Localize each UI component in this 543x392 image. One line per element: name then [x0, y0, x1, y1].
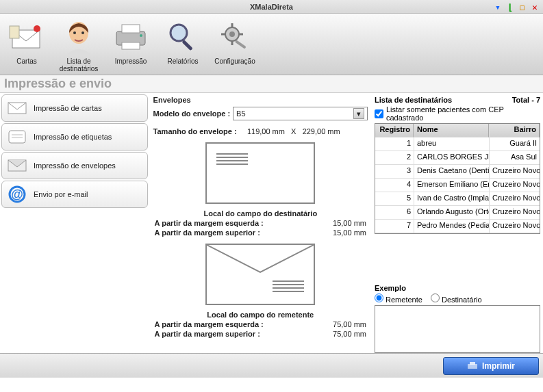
at-icon: @ — [6, 185, 28, 204]
printer-small-icon — [467, 361, 478, 371]
dest-section-title: Local do campo do destinatário — [153, 209, 368, 218]
size-height: 229,00 mm — [303, 127, 340, 135]
filter-label: Listar somente pacientes com CEP cadastr… — [386, 105, 540, 122]
recipients-grid[interactable]: Registro Nome Bairro 1abreuGuará II 2CAR… — [375, 123, 540, 234]
recipients-title: Lista de destinatários — [375, 96, 452, 104]
svg-rect-7 — [122, 25, 140, 33]
tab-envio-email[interactable]: @ Envio por e-mail — [1, 181, 148, 208]
col-registro[interactable]: Registro — [375, 124, 414, 138]
dest-top-value[interactable]: 15,00 mm — [318, 228, 366, 237]
svg-point-5 — [81, 31, 84, 34]
tab-impressao-etiquetas[interactable]: Impressão de etiquetas — [1, 123, 148, 151]
size-width: 119,00 mm — [247, 127, 285, 135]
svg-rect-27 — [470, 362, 475, 365]
send-left-value[interactable]: 75,00 mm — [318, 320, 366, 328]
toolbar-label: Configuração — [211, 57, 259, 65]
titlebar: XMalaDireta ▾ ⌊ ◻ ✕ — [0, 0, 543, 14]
envelope-send-preview — [205, 244, 315, 305]
main-toolbar: Cartas Lista de destinatários Impressão … — [0, 14, 543, 75]
size-label: Tamanho do envelope : — [153, 127, 237, 135]
svg-rect-8 — [122, 42, 140, 49]
window-title: XMalaDireta — [250, 3, 293, 11]
model-select[interactable]: B5 ▾ — [233, 107, 368, 120]
minimize-icon[interactable]: ▾ — [492, 1, 503, 12]
table-row[interactable]: 5Ivan de Castro (ImplantocCruzeiro Novo — [375, 192, 540, 206]
svg-point-4 — [73, 31, 76, 34]
toolbar-label: Impressão — [107, 57, 155, 65]
model-label: Modelo do envelope : — [153, 109, 230, 118]
dest-top-label: A partir da margem superior : — [155, 228, 260, 237]
table-row[interactable]: 1abreuGuará II — [375, 138, 540, 151]
letter-small-icon — [6, 99, 28, 118]
envelopes-title: Envelopes — [153, 96, 368, 104]
svg-rect-26 — [468, 364, 477, 369]
radio-destinatario[interactable]: Destinatário — [431, 293, 482, 304]
tab-label: Envio por e-mail — [34, 190, 88, 198]
table-row[interactable]: 3Denis Caetano (DentísticCruzeiro Novo — [375, 165, 540, 179]
filter-checkbox[interactable] — [375, 109, 383, 118]
chevron-down-icon[interactable]: ▾ — [353, 108, 364, 119]
toolbar-label: Lista de destinatários — [55, 57, 103, 73]
svg-point-13 — [229, 31, 235, 37]
envelopes-panel: Envelopes Modelo do envelope : B5 ▾ Tama… — [149, 93, 372, 353]
toolbar-configuracao[interactable]: Configuração — [210, 16, 260, 66]
example-title: Exemplo — [375, 284, 540, 292]
svg-text:@: @ — [11, 187, 23, 201]
example-preview — [375, 305, 540, 353]
gear-icon — [211, 18, 259, 56]
tab-label: Impressão de etiquetas — [34, 133, 112, 141]
printer-icon — [107, 18, 155, 56]
tab-label: Impressão de cartas — [34, 104, 102, 112]
envelope-small-icon — [6, 156, 28, 175]
print-button-label: Imprimir — [482, 361, 515, 371]
toolbar-cartas[interactable]: Cartas — [1, 16, 52, 66]
col-nome[interactable]: Nome — [414, 124, 489, 138]
size-sep: X — [291, 127, 296, 135]
tab-impressao-cartas[interactable]: Impressão de cartas — [1, 94, 148, 122]
radio-remetente[interactable]: Remetente — [375, 293, 422, 304]
tab-impressao-envelopes[interactable]: Impressão de envelopes — [1, 152, 148, 179]
recipients-panel: Lista de destinatários Total - 7 Listar … — [372, 93, 543, 353]
letter-icon — [3, 18, 51, 56]
svg-point-2 — [34, 25, 40, 32]
send-top-label: A partir da margem superior : — [155, 330, 260, 338]
print-button[interactable]: Imprimir — [443, 357, 539, 375]
send-left-label: A partir da margem esquerda : — [155, 320, 264, 328]
bottom-bar: Imprimir — [0, 353, 543, 378]
table-row[interactable]: 2CARLOS BORGES JR.Asa Sul — [375, 151, 540, 165]
svg-rect-11 — [181, 40, 192, 51]
svg-point-10 — [171, 25, 187, 41]
svg-rect-20 — [9, 131, 25, 143]
col-bairro[interactable]: Bairro — [489, 124, 540, 138]
envelope-dest-preview — [205, 142, 315, 204]
side-tabs: Impressão de cartas Impressão de etiquet… — [0, 93, 149, 353]
window-controls: ▾ ⌊ ◻ ✕ — [492, 1, 540, 12]
table-row[interactable]: 6Orlando Augusto (OrtodoCruzeiro Novo — [375, 206, 540, 220]
toolbar-relatorios[interactable]: Relatórios — [157, 16, 208, 66]
toolbar-label: Relatórios — [159, 57, 207, 65]
close-icon[interactable]: ✕ — [529, 1, 540, 12]
svg-rect-1 — [10, 26, 19, 38]
table-row[interactable]: 7Pedro Mendes (PediatriaCruzeiro Novo — [375, 220, 540, 233]
send-section-title: Local do campo do remetente — [153, 311, 368, 319]
toolbar-impressao[interactable]: Impressão — [105, 16, 156, 66]
recipients-total: Total - 7 — [512, 96, 540, 104]
toolbar-lista[interactable]: Lista de destinatários — [53, 16, 104, 74]
label-icon — [6, 127, 28, 146]
grid-header: Registro Nome Bairro — [375, 124, 540, 138]
page-title: Impressão e envio — [0, 75, 543, 93]
send-top-value[interactable]: 75,00 mm — [318, 330, 366, 338]
toolbar-label: Cartas — [3, 57, 51, 65]
face-icon — [55, 18, 103, 56]
content-area: Impressão de cartas Impressão de etiquet… — [0, 93, 543, 353]
svg-rect-18 — [235, 40, 247, 49]
maximize-icon[interactable]: ◻ — [517, 1, 528, 12]
restore-icon[interactable]: ⌊ — [505, 1, 516, 12]
svg-point-9 — [140, 34, 142, 37]
dest-left-label: A partir da margem esquerda : — [155, 219, 264, 227]
tab-label: Impressão de envelopes — [34, 161, 116, 170]
table-row[interactable]: 4Emerson Emiliano (EndocCruzeiro Novo — [375, 179, 540, 192]
model-value: B5 — [236, 109, 245, 118]
filter-checkbox-row[interactable]: Listar somente pacientes com CEP cadastr… — [375, 105, 540, 122]
dest-left-value[interactable]: 15,00 mm — [318, 219, 366, 227]
